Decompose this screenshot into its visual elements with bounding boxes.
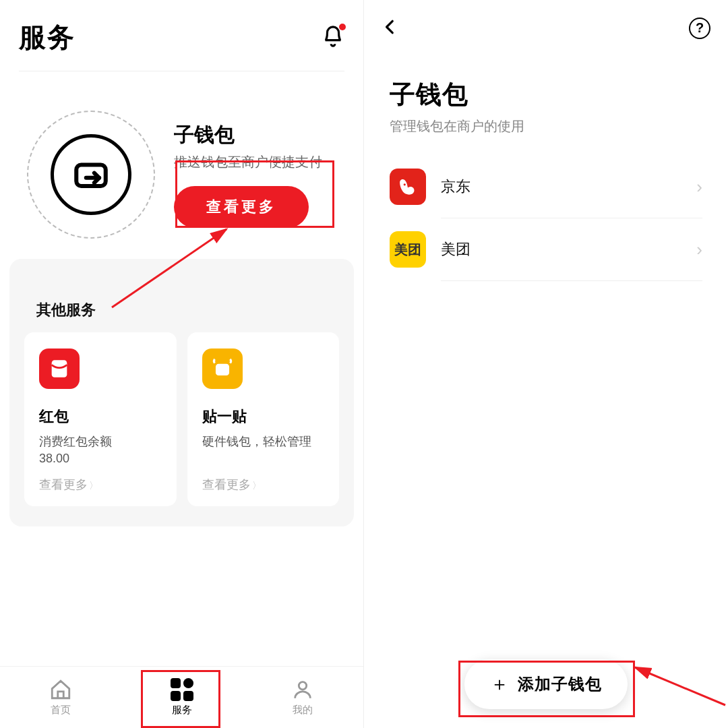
svg-rect-0 — [76, 165, 106, 186]
card-more-link[interactable]: 查看更多〉 — [39, 477, 162, 493]
services-screen: 服务 子钱包 推送钱包至商户便捷支付 查看更多 — [0, 0, 364, 728]
chevron-right-icon: › — [696, 239, 702, 260]
home-icon — [49, 678, 72, 701]
notification-dot — [339, 24, 346, 30]
chevron-left-icon — [382, 18, 399, 36]
add-sub-wallet-button[interactable]: ＋ 添加子钱包 — [464, 659, 628, 709]
card-title: 贴一贴 — [202, 406, 325, 427]
merchant-item-jd[interactable]: 京东 › — [390, 156, 702, 218]
annotation-arrow — [627, 647, 728, 708]
sub-wallet-title: 子钱包 — [174, 121, 344, 149]
page-subtitle: 管理钱包在商户的使用 — [364, 117, 728, 156]
svg-point-4 — [299, 682, 307, 690]
service-card-tieyitie[interactable]: 贴一贴 硬件钱包，轻松管理 查看更多〉 — [187, 332, 340, 506]
notifications-button[interactable] — [322, 25, 344, 51]
divider — [441, 280, 702, 281]
help-button[interactable]: ? — [689, 18, 710, 39]
other-services-section: 其他服务 红包 消费红包余额 38.00 查看更多〉 贴一贴 — [9, 259, 354, 526]
plus-icon: ＋ — [490, 671, 510, 697]
merchant-item-meituan[interactable]: 美团 美团 › — [390, 218, 702, 280]
nfc-icon — [202, 348, 243, 389]
svg-point-5 — [404, 183, 406, 185]
profile-icon — [291, 678, 314, 701]
service-card-hongbao[interactable]: 红包 消费红包余额 38.00 查看更多〉 — [24, 332, 177, 506]
hongbao-icon — [39, 348, 80, 389]
svg-line-6 — [635, 667, 725, 705]
sub-wallet-block: 子钱包 推送钱包至商户便捷支付 查看更多 — [0, 71, 363, 259]
svg-rect-3 — [216, 365, 228, 374]
chevron-right-icon: › — [696, 177, 702, 198]
back-button[interactable] — [382, 15, 399, 41]
wallet-icon — [71, 155, 111, 194]
services-icon — [171, 678, 193, 701]
card-title: 红包 — [39, 406, 162, 427]
tab-mine[interactable]: 我的 — [242, 667, 363, 728]
page-title: 服务 — [19, 19, 75, 56]
section-title: 其他服务 — [9, 260, 354, 332]
card-more-link[interactable]: 查看更多〉 — [202, 477, 325, 493]
merchant-list: 京东 › 美团 美团 › — [364, 156, 728, 281]
card-desc: 消费红包余额 38.00 — [39, 433, 162, 468]
merchant-name: 京东 — [441, 177, 681, 197]
wallet-circle — [27, 111, 155, 239]
page-title: 子钱包 — [364, 56, 728, 117]
merchant-name: 美团 — [441, 239, 681, 260]
card-desc: 硬件钱包，轻松管理 — [202, 433, 325, 468]
meituan-icon: 美团 — [390, 231, 426, 268]
tab-services[interactable]: 服务 — [121, 667, 243, 728]
tab-home[interactable]: 首页 — [0, 667, 121, 728]
sub-wallet-header: ? — [364, 0, 728, 56]
sub-wallet-screen: ? 子钱包 管理钱包在商户的使用 京东 › 美团 美团 › ＋ 添加子钱包 — [364, 0, 728, 728]
sub-wallet-subtitle: 推送钱包至商户便捷支付 — [174, 153, 344, 171]
jd-icon — [390, 169, 426, 205]
services-header: 服务 — [0, 0, 363, 71]
tab-bar: 首页 服务 我的 — [0, 666, 363, 728]
view-more-button[interactable]: 查看更多 — [174, 186, 309, 228]
